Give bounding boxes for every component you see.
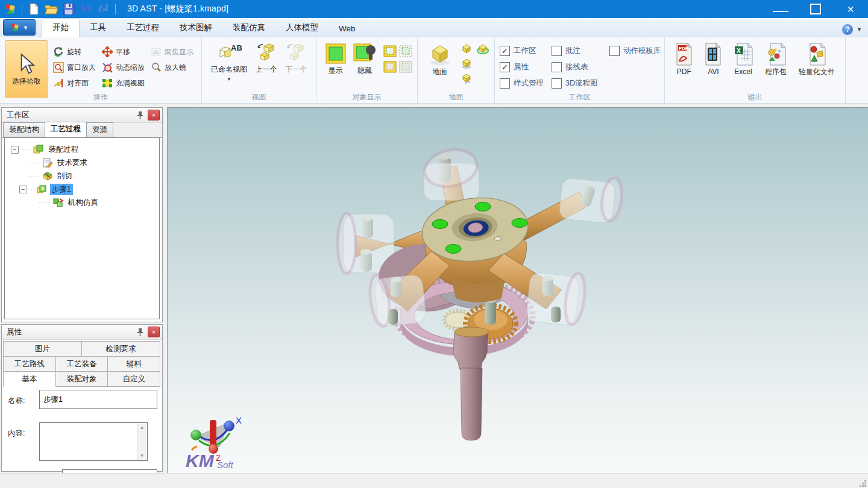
svg-text:grid: grid	[465, 80, 470, 84]
checkbox-wiring-table[interactable]: 接线表	[552, 59, 609, 75]
named-views-button[interactable]: AB 已命名视图 ▼	[207, 40, 251, 86]
tree-item-assembly-process[interactable]: − ···· 装配过程	[11, 143, 159, 156]
ribbon: 选择拾取 旋转 窗口放大 对齐面 平移 动态缩放	[0, 37, 868, 104]
chevron-down-icon[interactable]: ▼	[857, 27, 862, 33]
rotate-button[interactable]: 旋转	[52, 44, 97, 60]
properties-panel: 属性 × 图片 检测要求 工艺路线 工艺装备 辅料 基本 装配对象 自定义 名	[1, 324, 163, 472]
ribbon-group-output: PDF PDF AVI X Excel 程序包 轻量化文件 输出	[665, 37, 846, 103]
tab-inspection-requirements[interactable]: 检测要求	[81, 341, 160, 357]
tab-auxiliary-materials[interactable]: 辅料	[107, 356, 160, 372]
align-face-button[interactable]: 对齐面	[52, 75, 97, 91]
open-folder-button[interactable]	[43, 2, 59, 16]
tree-item-section-cut[interactable]: ····· 剖切	[11, 169, 159, 183]
ground-shadow-cube-button[interactable]	[461, 57, 473, 69]
checkbox-properties[interactable]: ✓属性	[500, 59, 552, 75]
ribbon-group-view: AB 已命名视图 ▼ 上一个 下一个 视图	[202, 37, 316, 103]
ground-grid-cube-button[interactable]: grid	[461, 72, 473, 84]
tab-process-equipment[interactable]: 工艺装备	[55, 356, 108, 372]
select-pick-button[interactable]: 选择拾取	[5, 40, 48, 98]
help-icon[interactable]: ?	[842, 24, 853, 35]
collapse-icon[interactable]: −	[11, 146, 19, 154]
tab-tools[interactable]: 工具	[80, 19, 116, 37]
focus-display-button[interactable]: 聚焦显示	[149, 44, 195, 60]
cursor-icon	[17, 54, 36, 75]
checkbox-annotation[interactable]: 批注	[552, 43, 609, 59]
export-lightweight-file-button[interactable]: 轻量化文件	[793, 40, 840, 78]
close-icon[interactable]: ×	[148, 110, 160, 120]
tab-web[interactable]: Web	[329, 20, 366, 37]
tab-basic[interactable]: 基本	[3, 371, 56, 387]
svg-text:PDF: PDF	[679, 46, 688, 51]
checkbox-workspace[interactable]: ✓工作区	[500, 43, 552, 59]
tab-process-flow[interactable]: 工艺过程	[45, 122, 87, 137]
tab-assembly-object[interactable]: 装配对象	[55, 371, 108, 387]
tab-process-route[interactable]: 工艺路线	[3, 356, 56, 372]
tab-process[interactable]: 工艺过程	[116, 19, 169, 37]
workspace-panel-title: 工作区	[7, 110, 30, 120]
dynamic-zoom-button[interactable]: 动态缩放	[101, 60, 146, 75]
tab-home[interactable]: 开始	[42, 18, 80, 37]
export-pdf-button[interactable]: PDF PDF	[670, 40, 699, 78]
tab-picture[interactable]: 图片	[3, 341, 82, 357]
rotate-icon	[53, 46, 64, 57]
window-zoom-button[interactable]: 窗口放大	[52, 60, 97, 75]
undo-button[interactable]	[78, 2, 94, 16]
ground-button[interactable]: 地面	[423, 40, 457, 78]
show-button[interactable]: 显示	[321, 40, 350, 77]
ground-small-cube-button[interactable]	[461, 43, 473, 55]
ribbon-group-workspace: ✓工作区 批注 动作模板库 ✓属性 接线表 样式管理 3D流程图 工作区	[495, 37, 665, 103]
content-textarea[interactable]: ▲ ▼	[39, 422, 148, 461]
tab-assembly-structure[interactable]: 装配结构	[3, 122, 45, 137]
pan-icon	[102, 46, 113, 57]
workspace-panel-tabs: 装配结构 工艺过程 资源	[2, 123, 162, 138]
collapse-icon[interactable]: −	[19, 186, 27, 193]
resize-grip-icon[interactable]	[858, 479, 867, 487]
tree-item-step1[interactable]: − ·· 步骤1	[11, 183, 159, 196]
name-input[interactable]	[39, 390, 157, 409]
next-view-button[interactable]: 下一个	[281, 40, 311, 76]
new-document-button[interactable]	[26, 2, 42, 16]
ground-ring-cube-button[interactable]	[476, 43, 489, 55]
ribbon-group-operations: 选择拾取 旋转 窗口放大 对齐面 平移 动态缩放	[0, 37, 202, 103]
pin-icon[interactable]	[134, 327, 145, 337]
redo-button[interactable]	[96, 2, 112, 16]
close-button[interactable]: ×	[833, 0, 868, 18]
maximize-button[interactable]	[798, 0, 833, 18]
viewport-3d[interactable]: X Z KM Soft	[167, 107, 868, 473]
close-icon[interactable]: ×	[148, 327, 160, 337]
tab-human-model[interactable]: 人体模型	[275, 19, 329, 37]
tree-item-technical-requirements[interactable]: ····· 技术要求	[11, 156, 159, 169]
tree-item-mechanism-simulation[interactable]: ····· 机构仿真	[11, 196, 159, 209]
app-logo-icon	[10, 23, 20, 32]
magnifier-button[interactable]: 放大镜	[149, 60, 195, 75]
previous-view-button[interactable]: 上一个	[251, 40, 281, 76]
checkbox-style-management[interactable]: 样式管理	[500, 75, 552, 92]
scrollbar[interactable]: ▲ ▼	[137, 424, 146, 460]
hide-button[interactable]: 隐藏	[350, 40, 380, 77]
pan-button[interactable]: 平移	[101, 44, 146, 60]
minimize-button[interactable]	[763, 0, 798, 18]
show-all-button[interactable]	[399, 45, 412, 57]
checkbox-3d-flowchart[interactable]: 3D流程图	[552, 75, 609, 92]
application-menu-button[interactable]: ▼	[3, 19, 36, 36]
tab-technical-illustration[interactable]: 技术图解	[169, 19, 222, 37]
export-avi-button[interactable]: AVI	[700, 40, 728, 78]
export-excel-button[interactable]: X Excel	[728, 40, 758, 78]
workspace-panel-header: 工作区 ×	[2, 108, 162, 123]
tab-assembly-simulation[interactable]: 装配仿真	[222, 19, 275, 37]
fit-view-button[interactable]: 充满视图	[101, 75, 146, 91]
save-button[interactable]	[61, 2, 77, 16]
status-bar	[0, 473, 868, 488]
export-package-button[interactable]: 程序包	[760, 40, 792, 78]
checkbox-checked-icon: ✓	[500, 62, 510, 72]
pin-icon[interactable]	[134, 110, 145, 120]
hide-all-button[interactable]	[399, 61, 412, 73]
show-selected-button[interactable]	[383, 45, 397, 57]
scroll-up-icon[interactable]: ▲	[140, 425, 145, 430]
hide-selected-button[interactable]	[383, 61, 397, 73]
tab-resources[interactable]: 资源	[86, 122, 113, 137]
piston-cylinder-lower-left	[367, 274, 427, 327]
tab-custom[interactable]: 自定义	[107, 371, 160, 387]
scroll-down-icon[interactable]: ▼	[140, 453, 145, 458]
main-area: 工作区 × 装配结构 工艺过程 资源 − ···· 装配过程 ·····	[0, 104, 868, 473]
